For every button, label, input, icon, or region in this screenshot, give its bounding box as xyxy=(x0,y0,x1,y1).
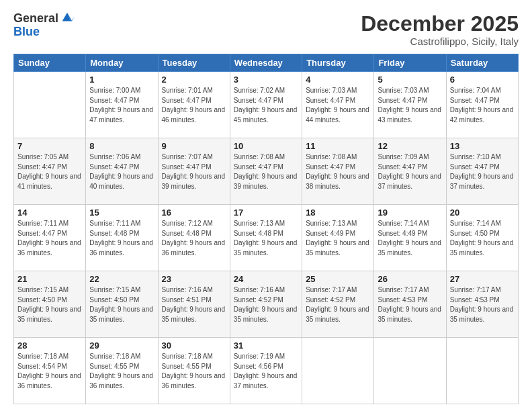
table-row: 6 Sunrise: 7:04 AMSunset: 4:47 PMDayligh… xyxy=(446,72,518,138)
table-row: 13 Sunrise: 7:10 AMSunset: 4:47 PMDaylig… xyxy=(446,138,518,205)
table-row: 2 Sunrise: 7:01 AMSunset: 4:47 PMDayligh… xyxy=(158,72,230,138)
day-number: 21 xyxy=(17,274,82,284)
day-info: Sunrise: 7:13 AMSunset: 4:48 PMDaylight:… xyxy=(234,219,298,258)
day-info: Sunrise: 7:02 AMSunset: 4:47 PMDaylight:… xyxy=(234,86,298,125)
table-row xyxy=(446,338,518,404)
logo: General Blue xyxy=(13,12,75,39)
table-row: 24 Sunrise: 7:16 AMSunset: 4:52 PMDaylig… xyxy=(230,271,302,338)
day-number: 24 xyxy=(234,274,298,284)
table-row: 26 Sunrise: 7:17 AMSunset: 4:53 PMDaylig… xyxy=(374,271,446,338)
day-number: 6 xyxy=(450,75,515,85)
table-row: 27 Sunrise: 7:17 AMSunset: 4:53 PMDaylig… xyxy=(446,271,518,338)
table-row xyxy=(14,72,86,138)
table-row: 8 Sunrise: 7:06 AMSunset: 4:47 PMDayligh… xyxy=(86,138,158,205)
day-number: 4 xyxy=(306,75,370,85)
day-number: 14 xyxy=(17,208,82,218)
table-row: 1 Sunrise: 7:00 AMSunset: 4:47 PMDayligh… xyxy=(86,72,158,138)
day-number: 5 xyxy=(378,75,442,85)
day-info: Sunrise: 7:05 AMSunset: 4:47 PMDaylight:… xyxy=(17,152,82,191)
table-row: 14 Sunrise: 7:11 AMSunset: 4:47 PMDaylig… xyxy=(14,205,86,271)
table-row: 20 Sunrise: 7:14 AMSunset: 4:50 PMDaylig… xyxy=(446,205,518,271)
table-row: 5 Sunrise: 7:03 AMSunset: 4:47 PMDayligh… xyxy=(374,72,446,138)
day-number: 17 xyxy=(234,208,298,218)
table-row: 7 Sunrise: 7:05 AMSunset: 4:47 PMDayligh… xyxy=(14,138,86,205)
table-row: 30 Sunrise: 7:18 AMSunset: 4:55 PMDaylig… xyxy=(158,338,230,404)
day-number: 26 xyxy=(378,274,442,284)
day-number: 31 xyxy=(234,340,298,351)
table-row: 19 Sunrise: 7:14 AMSunset: 4:49 PMDaylig… xyxy=(374,205,446,271)
table-row: 9 Sunrise: 7:07 AMSunset: 4:47 PMDayligh… xyxy=(158,138,230,205)
table-row: 11 Sunrise: 7:08 AMSunset: 4:47 PMDaylig… xyxy=(302,138,374,205)
day-number: 1 xyxy=(89,75,154,85)
day-info: Sunrise: 7:17 AMSunset: 4:53 PMDaylight:… xyxy=(450,285,515,324)
day-info: Sunrise: 7:07 AMSunset: 4:47 PMDaylight:… xyxy=(162,152,226,191)
table-row: 17 Sunrise: 7:13 AMSunset: 4:48 PMDaylig… xyxy=(230,205,302,271)
header: General Blue December 2025 Castrofilippo… xyxy=(13,12,519,47)
day-number: 11 xyxy=(306,141,370,151)
day-number: 9 xyxy=(162,141,226,151)
day-info: Sunrise: 7:03 AMSunset: 4:47 PMDaylight:… xyxy=(306,86,370,125)
day-info: Sunrise: 7:14 AMSunset: 4:49 PMDaylight:… xyxy=(378,219,442,258)
day-number: 18 xyxy=(306,208,370,218)
day-number: 16 xyxy=(162,208,226,218)
col-saturday: Saturday xyxy=(446,54,518,72)
day-info: Sunrise: 7:06 AMSunset: 4:47 PMDaylight:… xyxy=(89,152,154,191)
day-info: Sunrise: 7:17 AMSunset: 4:52 PMDaylight:… xyxy=(306,285,370,324)
day-info: Sunrise: 7:01 AMSunset: 4:47 PMDaylight:… xyxy=(162,86,226,125)
day-number: 25 xyxy=(306,274,370,284)
table-row: 3 Sunrise: 7:02 AMSunset: 4:47 PMDayligh… xyxy=(230,72,302,138)
col-tuesday: Tuesday xyxy=(158,54,230,72)
calendar-week-row: 14 Sunrise: 7:11 AMSunset: 4:47 PMDaylig… xyxy=(14,205,519,271)
calendar-week-row: 1 Sunrise: 7:00 AMSunset: 4:47 PMDayligh… xyxy=(14,72,519,138)
day-info: Sunrise: 7:08 AMSunset: 4:47 PMDaylight:… xyxy=(306,152,370,191)
day-info: Sunrise: 7:15 AMSunset: 4:50 PMDaylight:… xyxy=(89,285,154,324)
table-row: 31 Sunrise: 7:19 AMSunset: 4:56 PMDaylig… xyxy=(230,338,302,404)
day-info: Sunrise: 7:03 AMSunset: 4:47 PMDaylight:… xyxy=(378,86,442,125)
day-info: Sunrise: 7:14 AMSunset: 4:50 PMDaylight:… xyxy=(450,219,515,258)
logo-icon xyxy=(60,10,75,25)
calendar-table: Sunday Monday Tuesday Wednesday Thursday… xyxy=(13,54,519,404)
day-info: Sunrise: 7:13 AMSunset: 4:49 PMDaylight:… xyxy=(306,219,370,258)
day-info: Sunrise: 7:10 AMSunset: 4:47 PMDaylight:… xyxy=(450,152,515,191)
day-info: Sunrise: 7:00 AMSunset: 4:47 PMDaylight:… xyxy=(89,86,154,125)
day-info: Sunrise: 7:16 AMSunset: 4:52 PMDaylight:… xyxy=(234,285,298,324)
day-number: 27 xyxy=(450,274,515,284)
col-thursday: Thursday xyxy=(302,54,374,72)
table-row: 21 Sunrise: 7:15 AMSunset: 4:50 PMDaylig… xyxy=(14,271,86,338)
calendar-week-row: 21 Sunrise: 7:15 AMSunset: 4:50 PMDaylig… xyxy=(14,271,519,338)
day-number: 10 xyxy=(234,141,298,151)
table-row: 22 Sunrise: 7:15 AMSunset: 4:50 PMDaylig… xyxy=(86,271,158,338)
table-row: 23 Sunrise: 7:16 AMSunset: 4:51 PMDaylig… xyxy=(158,271,230,338)
page: General Blue December 2025 Castrofilippo… xyxy=(0,0,532,411)
day-info: Sunrise: 7:04 AMSunset: 4:47 PMDaylight:… xyxy=(450,86,515,125)
table-row: 25 Sunrise: 7:17 AMSunset: 4:52 PMDaylig… xyxy=(302,271,374,338)
calendar-week-row: 28 Sunrise: 7:18 AMSunset: 4:54 PMDaylig… xyxy=(14,338,519,404)
logo-blue: Blue xyxy=(13,26,75,39)
table-row: 15 Sunrise: 7:11 AMSunset: 4:48 PMDaylig… xyxy=(86,205,158,271)
day-number: 20 xyxy=(450,208,515,218)
day-info: Sunrise: 7:17 AMSunset: 4:53 PMDaylight:… xyxy=(378,285,442,324)
day-number: 19 xyxy=(378,208,442,218)
day-number: 8 xyxy=(89,141,154,151)
table-row: 10 Sunrise: 7:08 AMSunset: 4:47 PMDaylig… xyxy=(230,138,302,205)
day-number: 30 xyxy=(162,340,226,351)
day-info: Sunrise: 7:18 AMSunset: 4:55 PMDaylight:… xyxy=(89,352,154,391)
title-block: December 2025 Castrofilippo, Sicily, Ita… xyxy=(361,12,519,47)
table-row: 29 Sunrise: 7:18 AMSunset: 4:55 PMDaylig… xyxy=(86,338,158,404)
calendar-week-row: 7 Sunrise: 7:05 AMSunset: 4:47 PMDayligh… xyxy=(14,138,519,205)
day-info: Sunrise: 7:11 AMSunset: 4:47 PMDaylight:… xyxy=(17,219,82,258)
day-info: Sunrise: 7:11 AMSunset: 4:48 PMDaylight:… xyxy=(89,219,154,258)
day-number: 12 xyxy=(378,141,442,151)
day-number: 15 xyxy=(89,208,154,218)
day-info: Sunrise: 7:19 AMSunset: 4:56 PMDaylight:… xyxy=(234,352,298,391)
table-row: 18 Sunrise: 7:13 AMSunset: 4:49 PMDaylig… xyxy=(302,205,374,271)
day-number: 28 xyxy=(17,340,82,351)
day-number: 22 xyxy=(89,274,154,284)
calendar-header-row: Sunday Monday Tuesday Wednesday Thursday… xyxy=(14,54,519,72)
table-row: 16 Sunrise: 7:12 AMSunset: 4:48 PMDaylig… xyxy=(158,205,230,271)
table-row xyxy=(374,338,446,404)
col-wednesday: Wednesday xyxy=(230,54,302,72)
day-info: Sunrise: 7:09 AMSunset: 4:47 PMDaylight:… xyxy=(378,152,442,191)
day-number: 23 xyxy=(162,274,226,284)
day-info: Sunrise: 7:15 AMSunset: 4:50 PMDaylight:… xyxy=(17,285,82,324)
